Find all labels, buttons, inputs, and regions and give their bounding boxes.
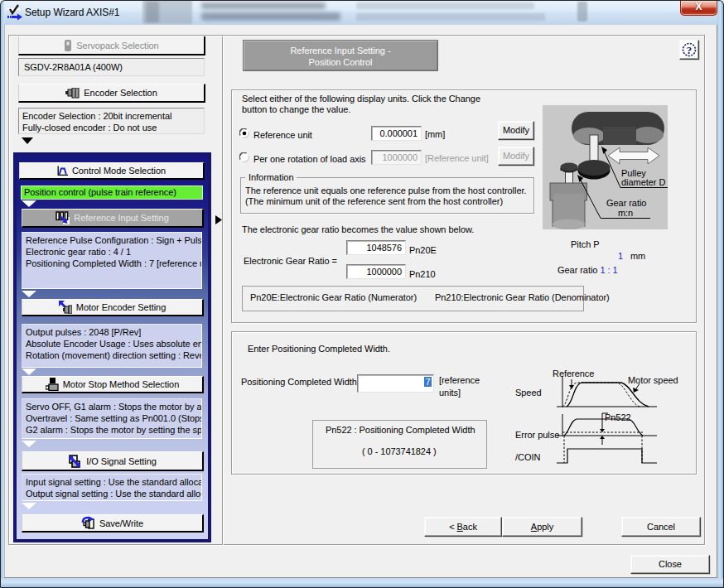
svg-text:Reference: Reference [553,369,594,378]
svg-text:diameter D: diameter D [621,177,665,187]
svg-text:m:n: m:n [618,208,633,218]
svg-text:Motor speed: Motor speed [628,375,678,385]
svg-text:?: ? [687,44,692,56]
svg-text:Gear ratio: Gear ratio [606,198,646,208]
svg-text:Pn522: Pn522 [605,412,631,422]
